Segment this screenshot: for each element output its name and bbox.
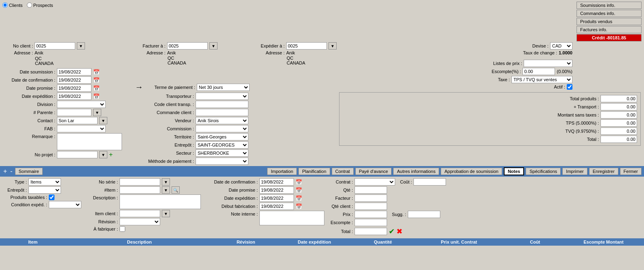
- entrepot-select[interactable]: SAINT-GEORGES: [196, 141, 248, 149]
- date-promise-cal-icon[interactable]: 📅: [93, 85, 100, 91]
- toolbar-minus-button[interactable]: -: [9, 168, 13, 175]
- listes-prix-select[interactable]: [524, 60, 572, 67]
- facturer-input[interactable]: [167, 42, 208, 50]
- remarque-textarea[interactable]: [57, 133, 122, 150]
- secteur-select[interactable]: SHERBROOKE: [196, 149, 248, 157]
- bottom-debut-fabrication-input[interactable]: [259, 203, 294, 210]
- prospects-radio[interactable]: Prospects: [27, 2, 53, 8]
- date-expedition-input[interactable]: [57, 93, 91, 100]
- notes-button[interactable]: Notes: [504, 167, 524, 175]
- expedier-dropdown-button[interactable]: ▼: [329, 42, 337, 50]
- fab-select[interactable]: [57, 125, 106, 132]
- contact-dropdown-button[interactable]: ▼: [99, 117, 107, 124]
- commandes-info-button[interactable]: Commandes info.: [577, 10, 642, 17]
- specifications-button[interactable]: Spécifications: [526, 168, 561, 175]
- credit-button[interactable]: Crédit -80181.85: [577, 34, 642, 41]
- terme-row: → Terme de paiement : Net 30 jours: [135, 82, 250, 92]
- autres-info-button[interactable]: Autres informations: [393, 168, 439, 175]
- date-confirmation-input[interactable]: [57, 76, 91, 84]
- bottom-qte-input[interactable]: [355, 186, 387, 194]
- contact-input[interactable]: [57, 117, 98, 124]
- produits-vendus-button[interactable]: Produits vendus: [577, 18, 642, 25]
- revision-select[interactable]: [120, 218, 160, 225]
- bottom-date-confirmation-input[interactable]: [259, 178, 294, 186]
- bottom-date-promise-input[interactable]: [259, 186, 294, 194]
- bottom-check-icon[interactable]: ✔: [389, 227, 395, 236]
- bottom-produits-taxables-checkbox[interactable]: [49, 194, 54, 200]
- taxe-select[interactable]: TPS / TVQ sur ventes: [511, 76, 572, 83]
- approbation-button[interactable]: Approbation de soumission: [441, 168, 502, 175]
- item-client-input[interactable]: [120, 210, 160, 217]
- enregistrer-button[interactable]: Enregistrer: [589, 168, 618, 175]
- imprimer-button[interactable]: Imprimer: [562, 168, 587, 175]
- description-textarea[interactable]: [120, 194, 201, 209]
- commission-select[interactable]: [196, 125, 248, 132]
- bottom-prix-input[interactable]: [355, 211, 387, 218]
- parente-dropdown-button[interactable]: ▼: [93, 109, 101, 116]
- escompte-input[interactable]: [522, 68, 555, 75]
- total-row: Total :: [558, 136, 637, 143]
- right-button-panel: Soumissions info. Commandes info. Produi…: [577, 2, 642, 41]
- bottom-date-expedition-cal[interactable]: 📅: [296, 195, 302, 201]
- date-soumission-cal-icon[interactable]: 📅: [93, 69, 100, 75]
- no-projet-input[interactable]: [57, 151, 98, 158]
- taux-value: 1.0000: [559, 50, 572, 55]
- item-search-button[interactable]: 🔍: [172, 186, 180, 194]
- a-fabriquer-checkbox[interactable]: [120, 226, 125, 232]
- bottom-facteur-input[interactable]: [355, 194, 387, 202]
- bottom-condition-select[interactable]: [49, 201, 81, 208]
- bottom-contrat-select[interactable]: [355, 178, 395, 186]
- date-promise-input[interactable]: [57, 84, 91, 92]
- planification-button[interactable]: Planification: [298, 168, 330, 175]
- clients-radio[interactable]: Clients: [2, 2, 23, 8]
- bottom-escompte-input[interactable]: [355, 219, 387, 226]
- expedier-input[interactable]: [286, 42, 327, 50]
- transporteur-select[interactable]: [196, 93, 248, 100]
- bottom-sugg-label: Sugg. :: [392, 212, 406, 217]
- bottom-date-confirmation-cal[interactable]: 📅: [296, 179, 302, 185]
- sommaire-button[interactable]: Sommaire: [15, 168, 43, 175]
- facturer-dropdown-button[interactable]: ▼: [209, 42, 218, 50]
- bottom-x-icon[interactable]: ✖: [396, 227, 402, 236]
- no-client-dropdown-button[interactable]: ▼: [77, 42, 85, 50]
- bottom-sugg-input[interactable]: [408, 211, 440, 218]
- bottom-cout-input[interactable]: [413, 178, 446, 186]
- item-dropdown-button[interactable]: ▼: [162, 186, 170, 194]
- factures-info-button[interactable]: Factures info.: [577, 26, 642, 33]
- no-serie-dropdown-button[interactable]: ▼: [162, 178, 170, 186]
- bottom-date-expedition-input[interactable]: [259, 194, 294, 202]
- toolbar-plus-button[interactable]: +: [2, 168, 8, 175]
- bottom-type-select[interactable]: Items: [28, 178, 61, 186]
- bottom-date-promise-cal[interactable]: 📅: [296, 187, 302, 193]
- importation-button[interactable]: Importation: [267, 168, 297, 175]
- division-select[interactable]: [57, 101, 106, 108]
- devise-select[interactable]: CAD: [550, 42, 572, 50]
- vendeur-select[interactable]: Anik Sirois: [196, 117, 248, 124]
- parente-input[interactable]: [57, 109, 91, 116]
- paye-avance-button[interactable]: Payé d'avance: [355, 168, 392, 175]
- item-input[interactable]: [120, 186, 160, 194]
- bottom-entrepot-select[interactable]: [28, 186, 61, 194]
- date-soumission-input[interactable]: [57, 68, 91, 76]
- bottom-qte-client-input[interactable]: [355, 203, 387, 210]
- date-expedition-cal-icon[interactable]: 📅: [93, 93, 100, 99]
- no-serie-input[interactable]: [120, 178, 160, 186]
- date-confirmation-cal-icon[interactable]: 📅: [93, 77, 100, 83]
- description-label: Description :: [85, 194, 118, 200]
- actif-checkbox[interactable]: [567, 84, 572, 90]
- soumissions-info-button[interactable]: Soumissions info.: [577, 2, 642, 9]
- fermer-button[interactable]: Fermer: [620, 168, 642, 175]
- no-projet-add-icon[interactable]: +: [109, 151, 113, 158]
- methode-select[interactable]: [196, 158, 248, 165]
- note-interne-textarea[interactable]: [259, 211, 324, 225]
- no-projet-dropdown-button[interactable]: ▼: [99, 151, 107, 158]
- contrat-button[interactable]: Contrat: [332, 168, 354, 175]
- terme-select[interactable]: Net 30 jours: [197, 84, 250, 91]
- commande-input[interactable]: [196, 109, 248, 116]
- bottom-debut-fabrication-cal[interactable]: 📅: [296, 203, 302, 210]
- territoire-select[interactable]: Saint-Georges: [196, 133, 248, 140]
- item-client-dropdown-button[interactable]: ▼: [162, 210, 170, 217]
- code-transp-input[interactable]: [196, 101, 248, 108]
- no-client-input[interactable]: [35, 42, 75, 50]
- th-description: Description: [63, 240, 215, 244]
